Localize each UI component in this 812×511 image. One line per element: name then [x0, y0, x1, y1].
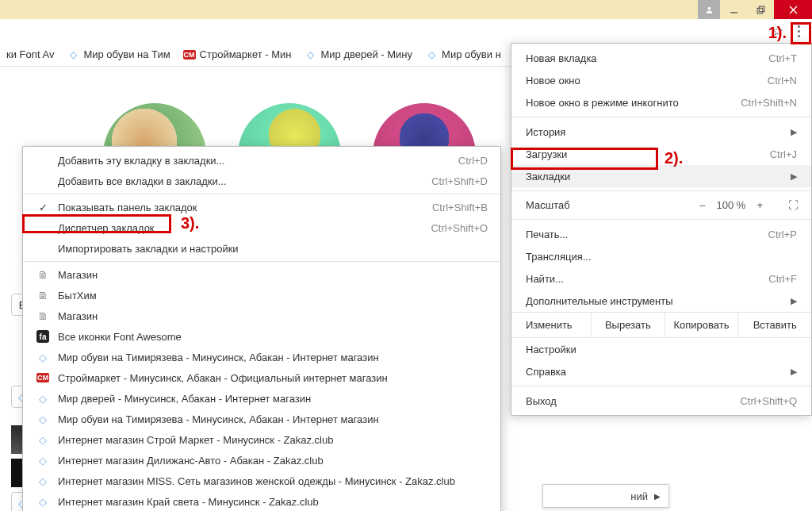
bookmark-list-item[interactable]: ◇Интернет магазин Дилижанс-Авто - Абакан…	[23, 450, 500, 471]
menu-settings[interactable]: Настройки	[511, 338, 811, 360]
minimize-button[interactable]	[720, 0, 747, 19]
zoom-in-button[interactable]: +	[756, 199, 763, 211]
bookmark-list-item[interactable]: ◇Мир обуви на Тимирязева - Минусинск, Аб…	[23, 409, 500, 429]
fullscreen-button[interactable]: ⛶	[788, 199, 797, 211]
diamond-icon: ◇	[39, 352, 47, 363]
copy-button[interactable]: Копировать	[665, 313, 738, 337]
checkmark-icon: ✓	[36, 202, 50, 213]
menu-cast[interactable]: Трансляция...	[511, 245, 811, 267]
menu-more-tools[interactable]: Дополнительные инструменты▶	[511, 290, 811, 312]
bookmark-item[interactable]: ◇Мир обуви на Тим	[63, 46, 173, 63]
edit-label: Изменить	[511, 313, 591, 337]
bookmark-list-item[interactable]: ◇Мир обуви на Тимирязева - Минусинск, Аб…	[23, 347, 500, 367]
menu-edit-row: Изменить Вырезать Копировать Вставить	[511, 312, 811, 338]
diamond-icon: ◇	[304, 48, 316, 61]
kebab-icon	[798, 25, 800, 37]
menu-exit[interactable]: ВыходCtrl+Shift+Q	[511, 390, 811, 412]
menu-find[interactable]: Найти...Ctrl+F	[511, 267, 811, 290]
bookmark-item[interactable]: ◇Мир обуви н	[422, 46, 504, 63]
bookmark-item-label: Интернет магазин MISS. Сеть магазинов же…	[58, 475, 488, 487]
bookmark-item-label: Мир обуви на Тимирязева - Минусинск, Аба…	[58, 352, 488, 363]
chevron-right-icon: ▶	[791, 171, 797, 182]
chevron-right-icon: ▶	[791, 127, 797, 137]
bookmark-list-item[interactable]: ◇Интернет магазин Строй Маркет - Минусин…	[23, 429, 500, 450]
bookmark-item-label: Магазин	[58, 310, 488, 322]
svg-point-0	[707, 6, 710, 10]
zoom-value: 100 %	[717, 199, 746, 211]
menu-history[interactable]: История▶	[511, 121, 811, 143]
bookmark-list-item[interactable]: faВсе иконки Font Awesome	[23, 326, 500, 347]
bookmark-item-label: Все иконки Font Awesome	[58, 331, 488, 343]
chevron-right-icon: ▶	[791, 296, 797, 306]
cm-icon: CM	[183, 48, 196, 61]
bookmark-star-icon[interactable]: ☆	[772, 23, 783, 40]
menu-help[interactable]: Справка▶	[511, 360, 811, 382]
bookmark-list-item[interactable]: CMСтроймаркет - Минусинск, Абакан - Офиц…	[23, 367, 500, 388]
bookmark-list-item[interactable]: ◇Мир дверей - Минусинск, Абакан - Интерн…	[23, 388, 500, 409]
submenu-show-bookmarks-bar[interactable]: ✓Показывать панель закладокCtrl+Shift+B	[23, 197, 500, 217]
fragment-text: ний	[630, 490, 648, 502]
chevron-right-icon: ▶	[654, 492, 661, 501]
paste-button[interactable]: Вставить	[737, 313, 811, 337]
svg-rect-3	[759, 6, 764, 12]
bookmark-item-label: Мир обуви на Тимирязева - Минусинск, Аба…	[58, 413, 488, 425]
bookmark-list-item[interactable]: 🗎БытХим	[23, 285, 500, 305]
menu-print[interactable]: Печать...Ctrl+P	[511, 223, 811, 245]
urlbar-actions: ☆	[741, 19, 812, 43]
page-icon: 🗎	[38, 290, 48, 302]
diamond-icon: ◇	[39, 475, 47, 487]
diamond-icon: ◇	[39, 496, 47, 508]
submenu-add-all-bookmarks[interactable]: Добавить все вкладки в закладки...Ctrl+S…	[23, 171, 500, 191]
kebab-menu-button[interactable]	[788, 21, 809, 41]
user-icon[interactable]	[698, 0, 720, 19]
bookmark-item[interactable]: ◇Мир дверей - Мину	[301, 46, 416, 63]
menu-bookmarks[interactable]: Закладки▶	[511, 165, 811, 187]
menu-new-tab[interactable]: Новая вкладкаCtrl+T	[511, 47, 811, 69]
menu-downloads[interactable]: ЗагрузкиCtrl+J	[511, 143, 811, 165]
bookmark-item-label: Интернет магазин Край света - Минусинск …	[58, 496, 488, 508]
window-titlebar	[0, 0, 812, 19]
zoom-label: Масштаб	[526, 199, 699, 211]
bookmark-list-item[interactable]: ◇Интернет магазин Край света - Минусинск…	[23, 491, 500, 511]
bookmarks-submenu: Добавить эту вкладку в закладки...Ctrl+D…	[22, 146, 501, 511]
zoom-out-button[interactable]: –	[699, 199, 705, 211]
diamond-icon: ◇	[39, 434, 47, 446]
menu-incognito[interactable]: Новое окно в режиме инкогнитоCtrl+Shift+…	[511, 91, 811, 113]
font-awesome-icon: fa	[36, 330, 49, 343]
maximize-button[interactable]	[747, 0, 774, 19]
chrome-main-menu: Новая вкладкаCtrl+T Новое окноCtrl+N Нов…	[511, 43, 812, 416]
submenu-import-bookmarks[interactable]: Импортировать закладки и настройки	[23, 238, 500, 259]
cm-icon: CM	[36, 373, 49, 382]
page-icon: 🗎	[38, 269, 48, 281]
menu-new-window[interactable]: Новое окноCtrl+N	[511, 69, 811, 91]
bookmark-item-label: Интернет магазин Строй Маркет - Минусинс…	[58, 434, 488, 446]
submenu-add-tab-bookmark[interactable]: Добавить эту вкладку в закладки...Ctrl+D	[23, 150, 500, 171]
diamond-icon: ◇	[425, 48, 438, 61]
bookmark-list-item[interactable]: ◇Интернет магазин MISS. Сеть магазинов ж…	[23, 471, 500, 491]
svg-rect-2	[757, 8, 763, 13]
diamond-icon: ◇	[39, 455, 47, 467]
bookmark-item[interactable]: CMСтроймаркет - Мин	[180, 46, 295, 63]
bookmark-list-item[interactable]: 🗎Магазин	[23, 305, 500, 326]
diamond-icon: ◇	[39, 393, 47, 405]
popup-fragment[interactable]: ний ▶	[542, 484, 669, 508]
bookmark-list-item[interactable]: 🗎Магазин	[23, 264, 500, 285]
bookmark-item[interactable]: ки Font Av	[3, 46, 57, 63]
cut-button[interactable]: Вырезать	[591, 313, 665, 337]
close-button[interactable]	[774, 0, 812, 19]
page-icon: 🗎	[38, 310, 48, 322]
bookmark-item-label: Интернет магазин Дилижанс-Авто - Абакан …	[58, 455, 488, 467]
diamond-icon: ◇	[39, 413, 47, 425]
menu-zoom: Масштаб – 100 % + ⛶	[511, 194, 811, 216]
chevron-right-icon: ▶	[791, 367, 797, 377]
bookmark-item-label: Магазин	[58, 269, 488, 281]
submenu-bookmarks-manager[interactable]: Диспетчер закладокCtrl+Shift+O	[23, 217, 500, 238]
bookmark-item-label: Строймаркет - Минусинск, Абакан - Официа…	[58, 372, 488, 384]
diamond-icon: ◇	[67, 48, 79, 61]
bookmark-item-label: Мир дверей - Минусинск, Абакан - Интерне…	[58, 393, 488, 405]
bookmark-item-label: БытХим	[58, 290, 488, 302]
